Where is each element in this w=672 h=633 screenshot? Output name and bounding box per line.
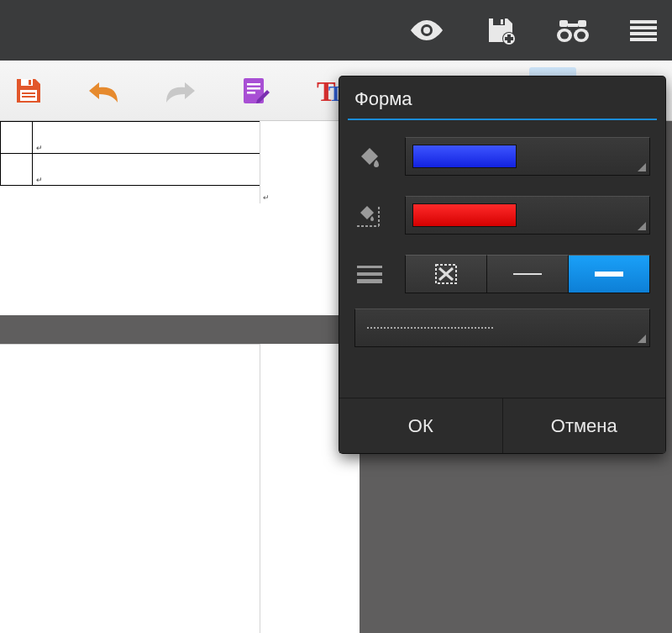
line-weight-icon <box>354 264 385 284</box>
line-weight-row <box>354 250 650 298</box>
paragraph-mark: ↵ <box>263 193 270 202</box>
view-button[interactable] <box>408 18 445 43</box>
fill-color-row <box>354 132 650 181</box>
svg-rect-28 <box>247 87 260 90</box>
svg-point-15 <box>560 32 569 40</box>
svg-rect-3 <box>501 19 503 24</box>
svg-rect-18 <box>630 26 657 29</box>
svg-rect-39 <box>595 272 623 277</box>
svg-point-16 <box>577 32 585 40</box>
edit-icon <box>240 75 270 107</box>
redo-icon <box>163 77 197 104</box>
undo-icon <box>87 77 121 104</box>
svg-rect-19 <box>630 32 657 35</box>
thin-line-icon <box>513 272 542 277</box>
svg-rect-10 <box>559 20 568 27</box>
svg-rect-29 <box>247 92 255 94</box>
line-weight-segmented <box>405 255 650 293</box>
svg-rect-24 <box>22 92 35 94</box>
undo-button[interactable] <box>84 71 124 111</box>
svg-rect-32 <box>357 266 382 268</box>
redo-button[interactable] <box>160 71 200 111</box>
toolbar-edit-button[interactable] <box>235 71 276 111</box>
document-table[interactable]: ↵ ↵ <box>0 121 260 186</box>
thick-line-icon <box>595 271 623 277</box>
fill-icon <box>354 143 385 170</box>
line-weight-thin[interactable] <box>487 255 569 293</box>
fill-color-swatch <box>412 145 517 168</box>
svg-rect-17 <box>630 20 657 24</box>
table-row[interactable]: ↵ <box>1 122 260 154</box>
svg-rect-12 <box>568 24 578 27</box>
svg-rect-11 <box>578 20 586 27</box>
cancel-button[interactable]: Отмена <box>503 398 666 453</box>
border-color-row <box>354 191 650 240</box>
table-row[interactable]: ↵ <box>1 154 260 186</box>
ok-button[interactable]: ОК <box>339 398 502 453</box>
svg-point-1 <box>423 27 430 34</box>
border-color-selector[interactable] <box>405 196 650 235</box>
border-icon <box>354 201 385 229</box>
svg-rect-34 <box>357 279 382 283</box>
svg-rect-9 <box>505 37 513 40</box>
svg-rect-25 <box>22 96 35 98</box>
line-style-selector[interactable] <box>354 309 650 347</box>
shape-dialog: Форма <box>339 76 665 453</box>
fill-color-selector[interactable] <box>405 137 650 176</box>
menu-button[interactable] <box>630 18 657 42</box>
line-weight-thick[interactable] <box>569 255 650 293</box>
eye-icon <box>408 18 445 43</box>
find-button[interactable] <box>556 17 590 44</box>
save-plus-icon <box>486 15 516 45</box>
no-border-icon <box>433 262 459 286</box>
top-action-bar <box>0 0 672 61</box>
save-icon <box>13 76 44 106</box>
toolbar-save-button[interactable] <box>8 71 49 111</box>
svg-rect-33 <box>357 272 382 276</box>
svg-rect-22 <box>29 80 31 85</box>
line-weight-none[interactable] <box>405 255 487 293</box>
border-color-swatch <box>412 203 517 227</box>
page-bottom[interactable]: Sincerely yours, <box>0 344 260 633</box>
binoculars-icon <box>556 17 590 44</box>
svg-rect-27 <box>247 83 260 86</box>
svg-rect-20 <box>630 38 657 41</box>
save-button[interactable] <box>486 15 516 45</box>
svg-rect-38 <box>513 273 542 275</box>
menu-icon <box>630 18 657 42</box>
dialog-buttons: ОК Отмена <box>339 398 665 453</box>
dialog-title: Форма <box>339 76 665 119</box>
page-gap <box>0 315 360 344</box>
svg-rect-23 <box>20 90 37 101</box>
dotted-line-preview <box>367 327 493 329</box>
